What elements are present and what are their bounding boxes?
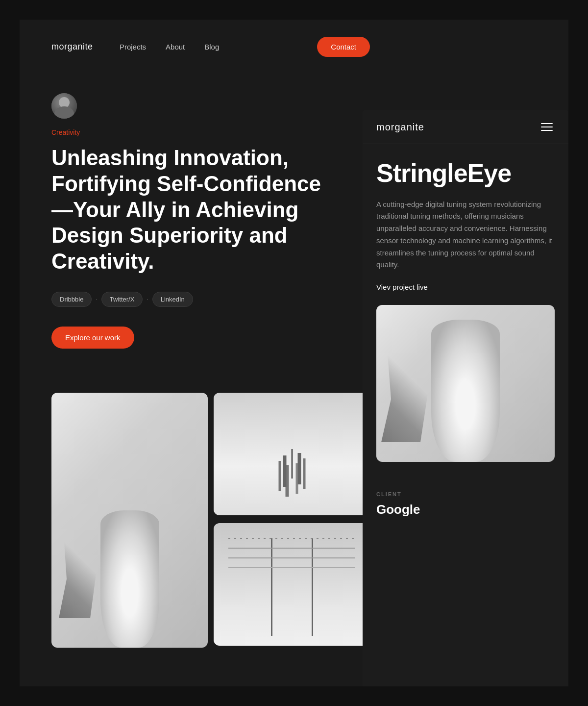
bridge-image[interactable] — [214, 523, 370, 646]
hamburger-menu[interactable] — [539, 121, 555, 133]
social-dribbble[interactable]: Dribbble — [51, 292, 92, 307]
client-label: CLIENT — [376, 491, 555, 497]
outer-bottom-bar — [0, 686, 588, 706]
dot-2: · — [147, 296, 148, 303]
hero-title: Unleashing Innovation, Fortifying Self-C… — [51, 145, 326, 275]
tree-image[interactable] — [214, 393, 370, 515]
image-grid — [20, 393, 402, 648]
nav-link-blog[interactable]: Blog — [204, 43, 219, 51]
explore-button[interactable]: Explore our work — [51, 327, 134, 349]
client-name: Google — [376, 502, 555, 517]
avatar-image — [51, 93, 77, 119]
mobile-vase-img — [376, 305, 555, 462]
outer-right-bar — [568, 0, 588, 706]
project-title: StringleEye — [376, 160, 555, 187]
nav-logo: morganite — [51, 42, 93, 52]
outer-top-bar — [0, 0, 588, 20]
mobile-panel: morganite StringleEye A cutting-edge dig… — [363, 110, 568, 706]
hero-section: Creativity Unleashing Innovation, Fortif… — [20, 74, 402, 393]
avatar — [51, 93, 77, 119]
hamburger-line-3 — [541, 130, 553, 131]
dot-1: · — [96, 296, 97, 303]
project-description: A cutting-edge digital tuning system rev… — [376, 199, 555, 272]
hamburger-line-2 — [541, 126, 553, 127]
vase-image[interactable] — [51, 393, 208, 648]
contact-button[interactable]: Contact — [317, 37, 370, 57]
outer-left-bar — [0, 0, 20, 706]
creativity-label: Creativity — [51, 128, 370, 136]
view-project-link[interactable]: Viev project live — [376, 283, 428, 291]
social-linkedin[interactable]: LinkedIn — [152, 292, 193, 307]
tree-img-bg — [214, 393, 370, 515]
social-twitter[interactable]: Twitter/X — [101, 292, 143, 307]
mobile-logo: morganite — [376, 122, 424, 133]
vase-img-bg — [51, 393, 208, 648]
client-section: CLIENT Google — [363, 491, 568, 517]
mobile-content: StringleEye A cutting-edge digital tunin… — [363, 144, 568, 491]
hamburger-line-1 — [541, 123, 553, 124]
avatar-body — [54, 106, 74, 119]
mobile-project-image[interactable] — [376, 305, 555, 462]
mobile-nav: morganite — [363, 110, 568, 144]
social-links: Dribbble · Twitter/X · LinkedIn — [51, 292, 370, 307]
main-nav: morganite Projects About Blog Contact — [20, 20, 402, 74]
left-panel: morganite Projects About Blog Contact Cr… — [20, 20, 402, 686]
nav-links: Projects About Blog — [120, 43, 219, 51]
nav-link-about[interactable]: About — [166, 43, 185, 51]
nav-link-projects[interactable]: Projects — [120, 43, 146, 51]
bridge-img-bg — [214, 523, 370, 646]
